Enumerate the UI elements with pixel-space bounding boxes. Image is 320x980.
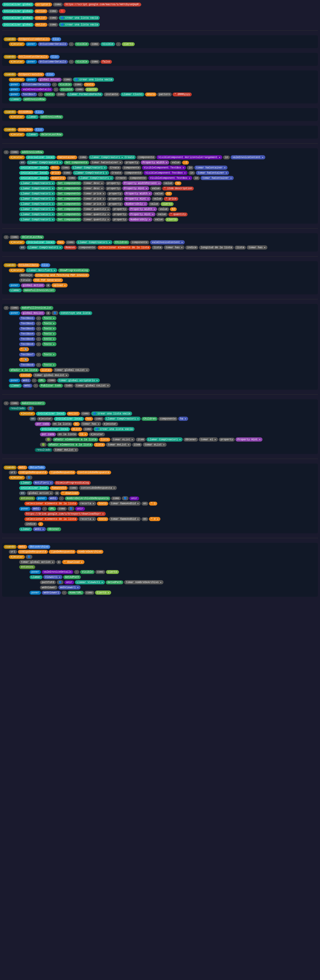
- set-comp-8: Set componente: [56, 218, 82, 221]
- dot-web1-2: ·: [33, 384, 38, 388]
- message-label: mensaje: [19, 274, 34, 277]
- anadir-pill-2: añadir elementos a la lista: [53, 438, 98, 442]
- ejecutar-addinvoicerow: ejecutar inicializar local haContainer c…: [9, 155, 316, 160]
- llamar-pill-6: Llamar: [19, 481, 32, 485]
- textbox6-row: TextBox6 · Texto ▸: [19, 342, 316, 347]
- dc-var: DC: [73, 422, 80, 426]
- componente-label-5: componente: [130, 240, 149, 244]
- getadpath: GetAdPath: [63, 575, 81, 579]
- url-prop-2: NombreDelArchivóDeRespuesta: [65, 496, 110, 500]
- web1-comp-1: Web1: [18, 466, 27, 469]
- cuando-web1-obtuvarchivo: cuando Web1 ObtuvArchivo: [4, 544, 316, 549]
- longitud-lista: longitud de la lista: [199, 246, 234, 250]
- create-label-1: Create: [108, 166, 121, 170]
- in-label-2: in: [187, 166, 194, 170]
- texto-5: texto ▸: [42, 337, 56, 341]
- init-local-pill-2: inicializar local: [19, 166, 49, 170]
- mvlist-value[interactable]: 🔵 crear una lista vacía: [59, 22, 100, 27]
- url-parts: https://drive.google.com/u/0/export/down…: [24, 511, 316, 527]
- seleccionar-invoice-row-2: seleccionar elemento de la lista recorta…: [24, 516, 316, 522]
- prop-label-2: property: [105, 181, 121, 185]
- set-comp: Set componente: [64, 161, 89, 165]
- circle-blue-4: 🔵: [25, 555, 32, 559]
- create-lista-3[interactable]: 🔵 crear una lista vacía: [94, 427, 134, 431]
- prop-label-8: property: [111, 213, 128, 216]
- cuando-pill-4: cuando: [4, 110, 17, 114]
- init-local-has: inicializar local: [25, 240, 56, 244]
- property-width-3: Property Width ▸: [129, 207, 157, 211]
- llamar-comp1-set-8: Llamar CompCreator1 ▸: [19, 217, 56, 221]
- llamar-makefullinvoicelist: Llamar makeFullInvoiceList: [9, 288, 316, 293]
- url-part-1: https://drive.google.com/u/0/export/down…: [24, 511, 316, 516]
- num-val-1: * 🔘: [19, 347, 29, 352]
- tb-var: tb ▸: [78, 432, 88, 436]
- anadir-elist: 🟢 añadir elementos a la lista lista toma…: [45, 437, 316, 442]
- cierto-val-3: cierto: [161, 202, 174, 206]
- message-val: creating and fetching PDF invoice: [35, 274, 89, 277]
- valminvoicecontent-2: valmInvoiceContent ▸: [150, 240, 185, 244]
- event-web1-obtuvtodo: cuando Web1 ObtuvTodo uri códigoDeRespue…: [2, 464, 318, 533]
- o-circle-3: ○: [4, 306, 9, 310]
- create-lista-2[interactable]: 🔵 crear una lista vacía: [91, 412, 132, 416]
- tomar-global-action-ref: tomar global action ▸: [19, 560, 56, 564]
- como-kw-10: como: [10, 401, 19, 405]
- cuando-btclosecust-row: cuando btCloseCustDetails Clic: [4, 54, 316, 59]
- resultado-mvlist-row: resultado tomar mvList ▸: [35, 447, 316, 452]
- en-label-2: en: [142, 502, 148, 506]
- visiblecomp-textbox-3: VisibleComponent TextBox ▸: [148, 176, 192, 180]
- set-desc-widthpercent: Llamar CompCreator1 ▸ Set componente tom…: [19, 181, 316, 186]
- titulo-label: título: [19, 278, 32, 282]
- poner-pill-11: poner: [19, 507, 30, 511]
- publicartodo: Publicar todo: [39, 384, 63, 388]
- children-label-2: Children: [142, 417, 158, 421]
- llamar-compcreator1-create-2: Llamar CompCreator1 ▸: [71, 165, 108, 170]
- llamar-comp1-set-6: Llamar CompCreator1 ▸: [19, 207, 56, 211]
- resultado-pill: resultado: [9, 407, 26, 410]
- deletelastrow-1: deleteLastRow: [40, 133, 63, 137]
- obtener-label-2: Obtener: [47, 527, 61, 531]
- como-kw-18: como: [84, 591, 94, 595]
- lista2-label: lista2: [19, 373, 32, 377]
- init-local-nombreAndId: inicializar local ñamaAndId como conteni…: [19, 485, 316, 490]
- llamar-pill-2: Llamar: [25, 115, 38, 119]
- textbox4-row: TextBox4 · Texto ▸: [19, 331, 316, 336]
- set-comp-3: Set componente: [56, 192, 82, 196]
- init-mvlist-row: inicializar global mvList como 🔵 crear u…: [2, 22, 318, 27]
- cierto-val-6: Cierto ▸: [95, 590, 111, 595]
- dot-5: ·: [53, 88, 59, 91]
- num-val-2: * 🔘: [19, 358, 29, 362]
- poner-web1-url-2: poner Web1 · URL como 🔵 unir: [19, 506, 316, 511]
- colist-value[interactable]: 🔵 crear una lista vacía: [59, 16, 100, 20]
- llamar-compcreator1-create-4: Llamar CompCreator1 ▸: [78, 176, 114, 180]
- llamar-compcreator1-remove: Llamar CompCreator1 ▸: [27, 245, 63, 250]
- en-makeinvoiceurl: en ejecutar inicializar local has como L…: [30, 416, 316, 422]
- value-62-1: 62: [165, 192, 172, 196]
- value-label-4: value: [153, 192, 164, 196]
- llamar-clock1: Llamar Clock1: [121, 92, 144, 96]
- tomar-ref: tomar el ▸: [199, 438, 218, 442]
- mvlist-var: mvList: [35, 23, 48, 27]
- anadir-lista1: añadir a la lista lista1 tomar global co…: [9, 368, 316, 372]
- como-kw-2: como: [78, 156, 88, 159]
- tomar-price-1: tomar price ▸: [83, 191, 106, 196]
- textbox8: TextBox8: [19, 363, 35, 367]
- poner-pill-13: poner: [30, 591, 41, 595]
- poner-pill-2: poner: [25, 60, 37, 64]
- event-web1-obtuvarchivo: cuando Web1 ObtuvArchivo uri códigoDeRes…: [2, 543, 318, 597]
- poner-pill-6: poner: [9, 92, 20, 96]
- indice-label-2: índice: [24, 522, 37, 526]
- anadir-pill-3: añadir elementos a la lista: [48, 443, 93, 447]
- getadpath-2: GetAdPath: [106, 581, 123, 584]
- init-global-pill-3: inicializar global: [2, 16, 34, 20]
- create-label-2: Create: [110, 171, 123, 175]
- cuando-pill-8: cuando: [4, 545, 17, 549]
- property-width-2: Property Width ▸: [124, 191, 152, 196]
- poner-valminvoicedetails-visible: poner valmInvoiceDetails · Visible como …: [30, 570, 316, 574]
- crear-lista-1[interactable]: 🔵 crear una lista vacía: [73, 78, 114, 82]
- dot-textbox8: ·: [36, 363, 41, 367]
- init-local-desc: inicializar local desc como Llamar CompC…: [19, 165, 316, 170]
- prop-label-5: property: [107, 197, 123, 201]
- elist-label: lista: [99, 438, 110, 442]
- ejecutar-btopencust-row: ejecutar poner btCustomerDetails · Visib…: [9, 42, 316, 47]
- visible-prop-5: Visible: [80, 570, 95, 574]
